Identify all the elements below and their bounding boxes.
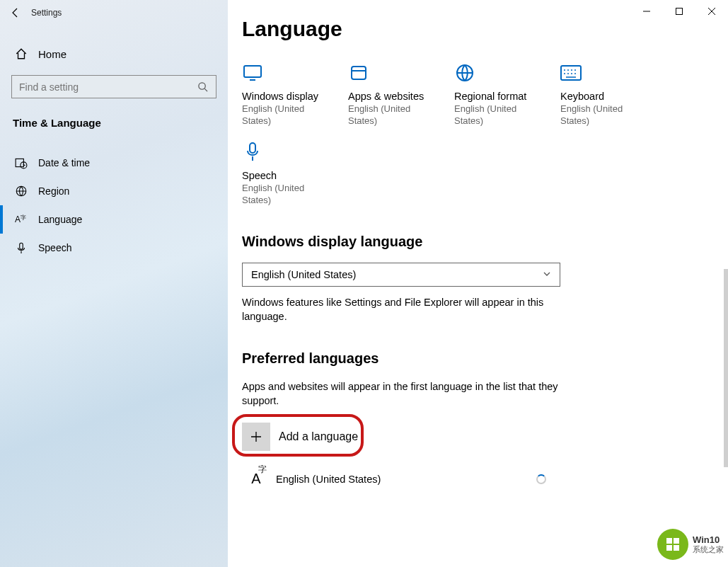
tile-value: English (United States) (242, 183, 334, 207)
svg-rect-6 (20, 243, 23, 249)
search-box[interactable] (11, 75, 216, 98)
nav-section-label: Time & Language (0, 108, 228, 134)
nav-home[interactable]: Home (0, 38, 228, 69)
plus-icon (242, 423, 270, 451)
svg-rect-8 (244, 66, 261, 77)
microphone-icon (14, 241, 28, 254)
maximize-button[interactable] (663, 0, 695, 23)
tile-value: English (United States) (348, 103, 440, 127)
nav-item-region[interactable]: Region (0, 177, 228, 205)
back-button[interactable] (0, 0, 31, 25)
section-preferred-languages: Preferred languages (242, 350, 714, 367)
svg-rect-11 (561, 66, 581, 80)
tile-label: Windows display (242, 91, 348, 102)
tile-value: English (United States) (242, 103, 334, 127)
watermark: Win10 系统之家 (657, 529, 724, 560)
tile-label: Keyboard (560, 91, 666, 102)
nav-item-label: Speech (38, 242, 71, 253)
tile-regional-format[interactable]: Regional format English (United States) (454, 62, 560, 127)
tile-label: Apps & websites (348, 91, 454, 102)
chevron-down-icon (543, 269, 551, 280)
tile-value: English (United States) (454, 103, 546, 127)
calendar-clock-icon (14, 156, 28, 169)
watermark-logo-icon (657, 529, 688, 560)
monitor-icon (242, 62, 263, 84)
tile-keyboard[interactable]: Keyboard English (United States) (560, 62, 666, 127)
window-icon (348, 62, 369, 84)
watermark-line2: 系统之家 (693, 545, 724, 554)
scrollbar[interactable] (724, 269, 728, 467)
svg-rect-9 (352, 67, 366, 79)
tile-speech[interactable]: Speech English (United States) (242, 142, 348, 207)
display-language-help: Windows features like Settings and File … (242, 295, 560, 324)
section-display-language: Windows display language (242, 234, 714, 250)
nav-item-speech[interactable]: Speech (0, 234, 228, 262)
globe-icon (454, 62, 475, 84)
preferred-languages-help: Apps and websites will appear in the fir… (242, 379, 560, 408)
tile-windows-display[interactable]: Windows display English (United States) (242, 62, 348, 127)
svg-text:字: 字 (21, 214, 26, 221)
add-language-button[interactable]: Add a language (242, 421, 560, 452)
nav-item-label: Date & time (38, 157, 90, 168)
close-button[interactable] (695, 0, 728, 23)
language-icon: A字 (14, 213, 28, 226)
app-title: Settings (31, 8, 62, 18)
loading-spinner-icon (536, 474, 546, 484)
minimize-button[interactable] (630, 0, 663, 23)
keyboard-icon (560, 62, 582, 84)
search-input[interactable] (19, 81, 197, 93)
svg-rect-1 (16, 159, 23, 166)
nav-item-language[interactable]: A字 Language (0, 205, 228, 234)
home-icon (14, 47, 28, 60)
globe-icon (14, 185, 28, 197)
tile-label: Speech (242, 170, 348, 181)
svg-point-0 (199, 82, 205, 88)
nav-item-date-time[interactable]: Date & time (0, 149, 228, 177)
tile-value: English (United States) (560, 103, 652, 127)
language-name: English (United States) (276, 474, 381, 485)
watermark-line1: Win10 (693, 535, 724, 545)
search-icon (197, 81, 209, 93)
microphone-icon (242, 142, 263, 163)
add-language-label: Add a language (279, 430, 358, 443)
nav-item-label: Language (38, 214, 82, 225)
nav-home-label: Home (38, 48, 67, 60)
svg-text:A: A (15, 214, 21, 224)
nav-item-label: Region (38, 185, 69, 197)
svg-rect-12 (250, 143, 255, 153)
language-item[interactable]: A字 English (United States) (242, 462, 560, 496)
svg-rect-7 (676, 8, 683, 15)
display-language-dropdown[interactable]: English (United States) (242, 263, 560, 287)
tile-apps-websites[interactable]: Apps & websites English (United States) (348, 62, 454, 127)
language-char-icon: A字 (242, 471, 270, 487)
tile-label: Regional format (454, 91, 560, 102)
dropdown-value: English (United States) (251, 269, 356, 280)
